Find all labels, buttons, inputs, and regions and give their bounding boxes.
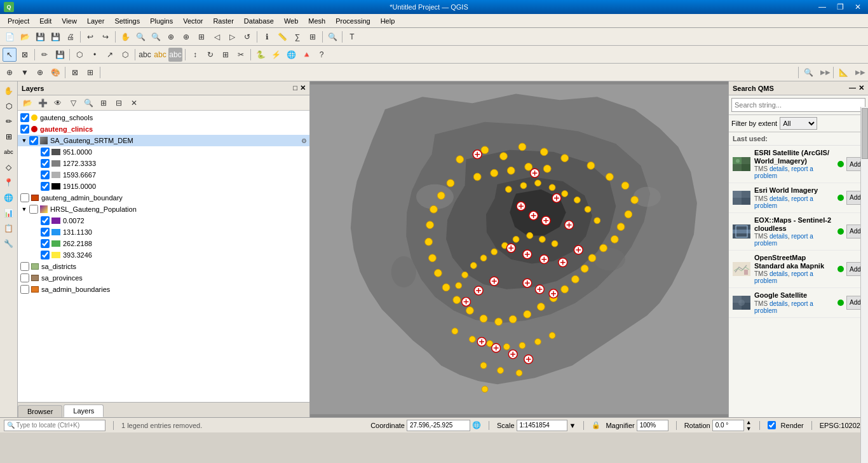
layer-pop-262[interactable]: 262.2188 [18,238,309,249]
layer-checkbox-dem-951[interactable] [41,148,50,156]
menu-layer[interactable]: Layer [82,16,110,26]
plugin-1-btn[interactable]: ⊠ [68,66,82,79]
add-line-btn[interactable]: ↗ [103,48,117,62]
esri-details-link[interactable]: details [770,165,788,172]
layer-checkbox-pop-0072[interactable] [41,216,50,225]
menu-database[interactable]: Database [239,16,279,26]
layer-checkbox-dem-1593[interactable] [41,170,50,179]
add-polygon-btn[interactable]: ⬡ [118,48,132,62]
service-esri-satellite[interactable]: ESRI Satellite (ArcGIS/World_Imagery) TM… [729,146,868,183]
scripts-btn[interactable]: ⚡ [269,48,283,62]
sidebar-globe[interactable]: 🌐 [2,191,16,205]
layer-hrsl-pop[interactable]: ▼ HRSL_Gauteng_Population [18,204,309,215]
layers-add-btn[interactable]: ➕ [36,96,50,110]
gps-btn[interactable]: 🔺 [299,48,313,62]
service-osm[interactable]: OpenStreetMap Standard aka Mapnik TMS de… [729,251,868,288]
render-checkbox[interactable] [768,421,776,429]
layers-close-btn[interactable]: ✕ [300,84,306,92]
qms-close-btn[interactable]: ✕ [858,84,864,92]
label-color[interactable]: abc [153,48,167,62]
sidebar-digitize[interactable]: ⬡ [2,99,16,113]
layer-options-icon[interactable]: ⚙ [301,137,307,144]
save-as-btn[interactable]: 💾 [48,30,62,44]
layers-expand-btn[interactable]: ⊞ [97,96,111,110]
rotation-input[interactable] [712,420,744,431]
layer-sa-provinces[interactable]: sa_provinces [18,272,309,284]
qms-scrollbar[interactable] [860,107,868,463]
layer-sa-districts[interactable]: sa_districts [18,261,309,272]
pan-btn[interactable]: ✋ [118,30,132,44]
layer-admin-boundary[interactable]: gauteng_admin_boundary [18,192,309,204]
menu-web[interactable]: Web [279,16,303,26]
layer-srtm-dem[interactable]: ▼ SA_Gauteng_SRTM_DEM ⚙ [18,135,309,146]
dropdown1[interactable]: ▼ [18,66,32,79]
rotation-up[interactable]: ▲▼ [746,419,752,432]
refresh-btn[interactable]: ↺ [240,30,254,44]
label-style[interactable]: abc [168,48,182,62]
sidebar-gps[interactable]: 📍 [2,176,16,190]
layer-checkbox-dem-1272[interactable] [41,159,50,168]
digitize-btn[interactable]: ⬡ [72,48,86,62]
split-btn[interactable]: ✂ [234,48,248,62]
redo-btn[interactable]: ↪ [98,30,112,44]
layer-dem-1915[interactable]: 1915.0000 [18,181,309,192]
layer-checkbox-hrsl[interactable] [29,205,38,214]
locate-input[interactable] [4,420,105,431]
statistics-btn[interactable]: ∑ [290,30,304,44]
zoom-btn-2[interactable]: 🔍 [801,66,815,79]
sidebar-plugin[interactable]: 🔧 [2,237,16,251]
menu-raster[interactable]: Raster [208,16,238,26]
layers-visibility-btn[interactable]: 👁 [51,96,65,110]
rotate-btn[interactable]: ↻ [203,48,217,62]
help-btn[interactable]: ? [315,48,329,62]
menu-help[interactable]: Help [376,16,400,26]
layer-checkbox-srtm[interactable] [29,136,38,145]
scale-input[interactable] [517,420,567,431]
layer-dem-951[interactable]: 951.0000 [18,146,309,158]
zoom-extent-btn[interactable]: ⊕ [164,30,178,44]
magnifier-input[interactable] [637,420,668,431]
layer-style-btn[interactable]: 🎨 [48,66,62,79]
save-btn[interactable]: 💾 [33,30,47,44]
globe-btn[interactable]: 🌐 [284,48,298,62]
layer-checkbox-clinics[interactable] [20,125,29,134]
crs-btn[interactable]: 📐 [836,66,850,79]
osm-details-link[interactable]: details [770,270,788,277]
sidebar-edit[interactable]: ✏ [2,114,16,128]
new-project-btn[interactable]: 📄 [3,30,17,44]
edit-mode-btn[interactable]: ✏ [37,48,51,62]
print-btn[interactable]: 🖨 [64,30,78,44]
close-button[interactable]: ✕ [851,3,864,11]
plugin-2-btn[interactable]: ⊞ [83,66,97,79]
spatial-analysis-btn[interactable]: ⊕ [3,66,17,79]
layer-checkbox-provinces[interactable] [20,273,29,282]
undo-btn[interactable]: ↩ [83,30,97,44]
open-project-btn[interactable]: 📂 [18,30,32,44]
layer-pop-393[interactable]: 393.3246 [18,249,309,261]
eox-details-link[interactable]: details [770,233,788,240]
coordinate-input[interactable] [407,420,470,431]
map-canvas[interactable] [310,81,728,417]
sidebar-attr[interactable]: ⊞ [2,130,16,144]
layers-maximize-btn[interactable]: □ [293,84,297,92]
tab-layers[interactable]: Layers [64,404,104,417]
layer-checkbox-districts[interactable] [20,262,29,271]
esri-world-details-link[interactable]: details [770,195,788,202]
sidebar-pan[interactable]: ✋ [2,84,16,98]
sidebar-layer[interactable]: 📋 [2,221,16,235]
label-btn[interactable]: T [345,30,359,44]
attribute-table-btn[interactable]: ⊞ [306,30,320,44]
menu-plugins[interactable]: Plugins [145,16,178,26]
layers-search-btn[interactable]: 🔍 [81,96,95,110]
identify-btn[interactable]: ℹ [260,30,274,44]
zoom-prev-btn[interactable]: ◁ [210,30,224,44]
measure-btn[interactable]: 📏 [275,30,289,44]
zoom-full-btn[interactable]: ⊞ [194,30,208,44]
qms-minimize-btn[interactable]: — [849,84,856,92]
layer-dem-1593[interactable]: 1593.6667 [18,169,309,181]
label-tool[interactable]: abc [138,48,152,62]
layer-checkbox-pop-393[interactable] [41,251,50,259]
layers-open-btn[interactable]: 📂 [20,96,34,110]
layer-checkbox-dem-1915[interactable] [41,182,50,191]
layer-gauteng-clinics[interactable]: gauteng_clinics [18,123,309,135]
